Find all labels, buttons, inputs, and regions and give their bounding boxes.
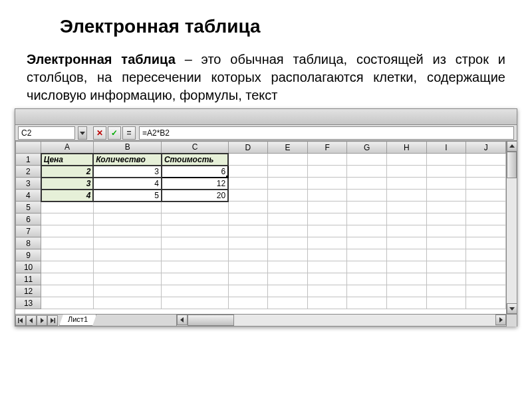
col-header[interactable]: A [41, 142, 94, 154]
cell[interactable] [387, 178, 427, 190]
cell[interactable] [426, 190, 466, 201]
vscroll-track[interactable] [507, 152, 517, 303]
cell[interactable] [307, 273, 347, 285]
cell[interactable] [426, 201, 466, 213]
cell[interactable] [347, 249, 387, 261]
cell[interactable] [41, 249, 94, 261]
cell[interactable] [93, 261, 162, 273]
cell[interactable] [426, 237, 466, 249]
cell[interactable] [466, 273, 506, 285]
grid[interactable]: A B C D E F G H I J 1 Цена [15, 141, 506, 314]
cell[interactable] [93, 249, 162, 261]
col-header[interactable]: E [268, 142, 308, 154]
row-header[interactable]: 8 [16, 237, 41, 249]
row-header[interactable]: 4 [16, 190, 41, 201]
cell[interactable] [426, 297, 466, 309]
cell[interactable] [307, 297, 347, 309]
cell[interactable] [466, 261, 506, 273]
cell[interactable] [162, 273, 228, 285]
select-all-corner[interactable] [16, 142, 41, 154]
cell[interactable] [162, 201, 228, 213]
scroll-up-button[interactable] [507, 141, 517, 152]
cell[interactable] [268, 213, 308, 225]
cell[interactable] [307, 249, 347, 261]
cell[interactable] [268, 225, 308, 237]
cell[interactable] [307, 213, 347, 225]
cell[interactable] [228, 166, 268, 178]
cell[interactable] [426, 154, 466, 166]
cell[interactable] [307, 201, 347, 213]
cell[interactable] [268, 285, 308, 297]
cell[interactable] [41, 273, 94, 285]
col-header[interactable]: F [307, 142, 347, 154]
cell[interactable] [347, 297, 387, 309]
cell[interactable] [41, 237, 94, 249]
cell[interactable] [307, 261, 347, 273]
cell[interactable] [466, 178, 506, 190]
cell[interactable]: 4 [93, 178, 162, 190]
cell[interactable] [426, 225, 466, 237]
cell[interactable] [307, 285, 347, 297]
cell[interactable] [41, 225, 94, 237]
cell[interactable] [387, 249, 427, 261]
col-header[interactable]: B [93, 142, 162, 154]
cell[interactable] [387, 285, 427, 297]
formula-accept-button[interactable]: ✓ [108, 126, 121, 140]
cell[interactable] [307, 166, 347, 178]
scroll-right-button[interactable] [495, 315, 506, 325]
cell[interactable] [93, 201, 162, 213]
cell[interactable]: Количество [93, 154, 162, 166]
hscroll-thumb[interactable] [188, 315, 234, 326]
cell[interactable] [268, 154, 308, 166]
formula-cancel-button[interactable]: ✕ [93, 126, 106, 140]
cell[interactable] [268, 178, 308, 190]
cell[interactable] [387, 190, 427, 201]
cell[interactable] [93, 225, 162, 237]
cell[interactable] [228, 249, 268, 261]
cell[interactable] [466, 297, 506, 309]
row-header[interactable]: 9 [16, 249, 41, 261]
cell[interactable] [162, 285, 228, 297]
row-header[interactable]: 3 [16, 178, 41, 190]
cell[interactable] [347, 154, 387, 166]
cell[interactable] [307, 154, 347, 166]
row-header[interactable]: 10 [16, 261, 41, 273]
row-header[interactable]: 1 [16, 154, 41, 166]
cell[interactable] [93, 237, 162, 249]
cell[interactable] [268, 237, 308, 249]
cell[interactable] [347, 178, 387, 190]
cell[interactable]: 12 [162, 178, 228, 190]
cell[interactable]: 3 [41, 178, 94, 190]
cell[interactable]: Стоимость [162, 154, 228, 166]
cell[interactable] [162, 237, 228, 249]
hscroll-track[interactable] [188, 315, 495, 326]
cell[interactable] [93, 297, 162, 309]
cell[interactable] [466, 201, 506, 213]
col-header[interactable]: J [466, 142, 506, 154]
tab-prev-button[interactable] [26, 315, 37, 326]
cell[interactable] [268, 201, 308, 213]
cell[interactable] [162, 297, 228, 309]
cell[interactable] [347, 213, 387, 225]
cell[interactable]: 20 [162, 190, 228, 201]
cell[interactable] [93, 213, 162, 225]
cell[interactable] [41, 213, 94, 225]
cell[interactable] [268, 273, 308, 285]
cell[interactable] [307, 190, 347, 201]
cell[interactable] [387, 297, 427, 309]
scroll-left-button[interactable] [177, 315, 188, 325]
cell[interactable] [387, 237, 427, 249]
cell[interactable] [426, 285, 466, 297]
cell[interactable] [41, 201, 94, 213]
vertical-scrollbar[interactable] [506, 141, 517, 314]
cell[interactable] [307, 237, 347, 249]
cell[interactable] [41, 297, 94, 309]
cell[interactable] [41, 261, 94, 273]
cell[interactable] [387, 201, 427, 213]
tab-first-button[interactable] [15, 315, 26, 326]
cell[interactable] [426, 213, 466, 225]
formula-equals-button[interactable]: = [122, 126, 136, 140]
cell[interactable] [228, 273, 268, 285]
cell[interactable] [347, 285, 387, 297]
cell[interactable] [466, 190, 506, 201]
